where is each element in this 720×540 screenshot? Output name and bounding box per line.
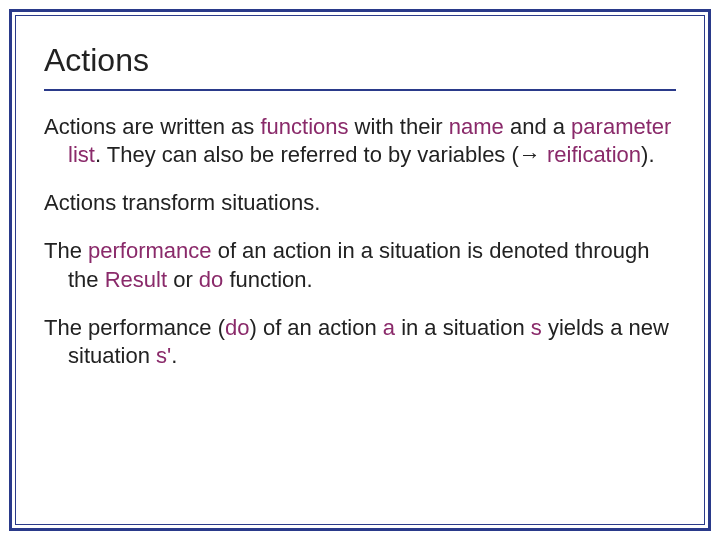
keyword-reification: reification	[547, 142, 641, 167]
keyword-functions: functions	[260, 114, 348, 139]
text: Actions are written as	[44, 114, 260, 139]
keyword-name: name	[449, 114, 504, 139]
arrow-icon: →	[519, 142, 541, 167]
text: or	[167, 267, 199, 292]
text: Actions transform situations.	[44, 190, 320, 215]
text: with their	[349, 114, 449, 139]
slide-frame: Actions Actions are written as functions…	[0, 0, 720, 540]
slide-title: Actions	[44, 42, 676, 79]
text: in a situation	[395, 315, 531, 340]
keyword-s-prime: s'	[156, 343, 171, 368]
keyword-a: a	[383, 315, 395, 340]
keyword-do-2: do	[225, 315, 249, 340]
keyword-s: s	[531, 315, 542, 340]
paragraph-1: Actions are written as functions with th…	[44, 113, 676, 169]
text: The	[44, 238, 88, 263]
keyword-do: do	[199, 267, 223, 292]
paragraph-2: Actions transform situations.	[44, 189, 676, 217]
text: and a	[504, 114, 571, 139]
text: ).	[641, 142, 654, 167]
title-underline	[44, 89, 676, 91]
paragraph-3: The performance of an action in a situat…	[44, 237, 676, 293]
text: . They can also be referred to by variab…	[95, 142, 519, 167]
text: ) of an action	[249, 315, 382, 340]
text: function.	[223, 267, 312, 292]
slide-body: Actions are written as functions with th…	[44, 113, 676, 370]
text: The performance (	[44, 315, 225, 340]
keyword-performance: performance	[88, 238, 212, 263]
text: .	[171, 343, 177, 368]
paragraph-4: The performance (do) of an action a in a…	[44, 314, 676, 370]
outer-border: Actions Actions are written as functions…	[9, 9, 711, 531]
keyword-result: Result	[105, 267, 167, 292]
inner-border: Actions Actions are written as functions…	[15, 15, 705, 525]
